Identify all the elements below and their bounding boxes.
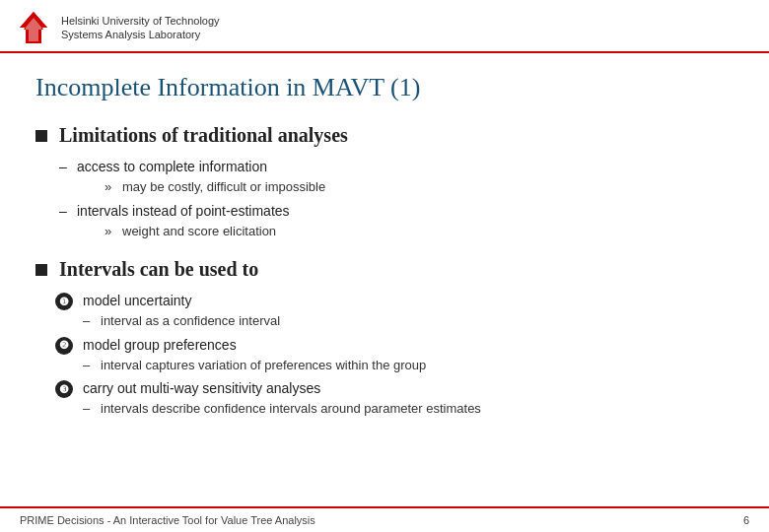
- university-name: Helsinki University of Technology: [61, 14, 220, 28]
- list-item: intervals instead of point-estimates wei…: [59, 201, 734, 241]
- bullet-icon-2: [35, 264, 47, 276]
- slide-content: Incomplete Information in MAVT (1) Limit…: [0, 53, 769, 446]
- num-text-2: model group preferences: [83, 335, 426, 356]
- slide-footer: PRIME Decisions - An Interactive Tool fo…: [0, 506, 769, 532]
- num-circle-2: ❷: [55, 337, 73, 355]
- num-sub-1: interval as a confidence interval: [83, 311, 280, 331]
- num-item-content-3: carry out multi-way sensitivity analyses…: [83, 378, 481, 419]
- num-circle-1: ❶: [55, 293, 73, 310]
- section1-heading-text: Limitations of traditional analyses: [59, 124, 348, 147]
- slide-header: Helsinki University of Technology System…: [0, 0, 769, 53]
- sub-list-2: weight and score elicitation: [77, 222, 734, 241]
- arrow-text-1: may be costly, difficult or impossible: [122, 179, 325, 194]
- footer-text: PRIME Decisions - An Interactive Tool fo…: [20, 514, 315, 526]
- section2-heading: Intervals can be used to: [35, 258, 734, 281]
- lab-name: Systems Analysis Laboratory: [61, 28, 220, 41]
- num-sub-2: interval captures variation of preferenc…: [83, 356, 426, 375]
- dash-text-2: intervals instead of point-estimates: [77, 203, 290, 219]
- section2-heading-text: Intervals can be used to: [59, 258, 258, 281]
- num-text-1: model uncertainty: [83, 291, 280, 311]
- bullet-icon-1: [35, 130, 47, 142]
- num-item-content-2: model group preferences interval capture…: [83, 335, 426, 375]
- list-item: weight and score elicitation: [101, 222, 734, 241]
- dash-text-1: access to complete information: [77, 159, 267, 174]
- sub-list-1: may be costly, difficult or impossible: [77, 177, 734, 197]
- footer-page: 6: [743, 514, 749, 526]
- header-institution: Helsinki University of Technology System…: [61, 14, 220, 42]
- num-item-content-1: model uncertainty interval as a confiden…: [83, 291, 280, 331]
- section2-list: ❶ model uncertainty interval as a confid…: [35, 291, 734, 419]
- list-item: ❷ model group preferences interval captu…: [55, 335, 734, 375]
- list-item: ❶ model uncertainty interval as a confid…: [55, 291, 734, 331]
- arrow-text-2: weight and score elicitation: [122, 224, 276, 238]
- section-limitations: Limitations of traditional analyses acce…: [35, 124, 734, 240]
- section1-list: access to complete information may be co…: [35, 157, 734, 240]
- list-item: may be costly, difficult or impossible: [101, 177, 734, 197]
- list-item: ❸ carry out multi-way sensitivity analys…: [55, 378, 734, 419]
- slide-title: Incomplete Information in MAVT (1): [35, 73, 734, 102]
- section1-heading: Limitations of traditional analyses: [35, 124, 734, 147]
- num-circle-3: ❸: [55, 380, 73, 398]
- list-item: access to complete information may be co…: [59, 157, 734, 197]
- num-text-3: carry out multi-way sensitivity analyses: [83, 378, 481, 399]
- num-sub-3: intervals describe confidence intervals …: [83, 399, 481, 419]
- section-intervals: Intervals can be used to ❶ model uncerta…: [35, 258, 734, 419]
- university-logo: [16, 10, 51, 45]
